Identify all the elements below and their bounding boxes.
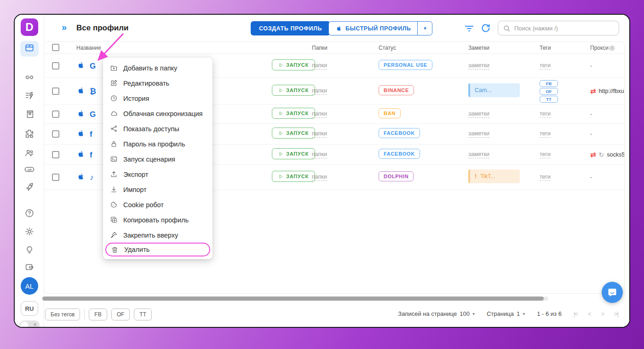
sidebar-item-ideas[interactable] <box>20 243 39 259</box>
sidebar-item-settings[interactable] <box>20 225 39 240</box>
column-header-proxy[interactable]: Прокси <box>590 45 609 51</box>
status-badge[interactable]: BAN <box>379 108 401 118</box>
user-avatar[interactable]: AL <box>21 277 38 295</box>
sidebar-item-api[interactable]: API <box>20 163 39 178</box>
scrollbar-thumb[interactable] <box>42 297 544 301</box>
per-page-select[interactable]: Записей на странице 100 ▾ <box>398 310 475 317</box>
select-all-checkbox[interactable] <box>52 44 59 51</box>
automation-icon <box>24 91 34 103</box>
status-badge[interactable]: PERSONAL USE <box>379 60 432 70</box>
menu-item-run-script[interactable]: Запуск сценария <box>103 151 213 167</box>
column-header-notes[interactable]: Заметки <box>468 45 489 51</box>
sidebar-item-help[interactable] <box>20 206 39 222</box>
folders-placeholder[interactable]: папки <box>312 62 327 70</box>
rocket-icon <box>24 182 34 194</box>
next-page-button[interactable]: > <box>601 310 604 317</box>
create-profile-button[interactable]: СОЗДАТЬ ПРОФИЛЬ <box>251 21 330 35</box>
row-checkbox[interactable] <box>52 174 59 181</box>
note-cell[interactable]: !TikT... <box>468 169 520 183</box>
page-select[interactable]: Страница 1 ▾ <box>487 310 525 317</box>
sidebar-item-automation[interactable] <box>20 89 39 105</box>
menu-item-cloud-sync[interactable]: Облачная синхронизация <box>103 106 213 121</box>
sidebar-item-profiles[interactable] <box>20 41 39 57</box>
prev-page-button[interactable]: < <box>588 310 591 317</box>
column-header-tags[interactable]: Теги <box>540 45 551 51</box>
table-settings-gear-icon[interactable] <box>608 44 616 54</box>
launch-button[interactable]: ЗАПУСК <box>272 108 315 119</box>
tag-chip[interactable]: TT <box>540 96 558 103</box>
row-checkbox[interactable] <box>52 111 59 118</box>
row-checkbox[interactable] <box>52 62 59 70</box>
menu-item-copy-profile[interactable]: Копировать профиль <box>103 212 213 227</box>
column-header-name[interactable]: Название <box>76 45 101 51</box>
team-icon <box>24 148 34 160</box>
sidebar-item-extensions[interactable] <box>20 127 39 142</box>
notes-placeholder[interactable]: заметки <box>468 151 489 158</box>
quick-profile-dropdown[interactable]: ▾ <box>417 22 432 35</box>
search-input[interactable] <box>514 25 614 32</box>
tags-placeholder[interactable]: теги <box>540 62 551 70</box>
tags-placeholder[interactable]: теги <box>540 111 551 118</box>
first-page-button[interactable]: |< <box>574 310 578 317</box>
horizontal-scrollbar[interactable] <box>42 297 548 301</box>
refresh-icon[interactable] <box>480 23 491 34</box>
row-checkbox[interactable] <box>52 130 59 138</box>
row-checkbox[interactable] <box>52 87 59 95</box>
quick-profile-button[interactable]: БЫСТРЫЙ ПРОФИЛЬ <box>329 22 417 35</box>
launch-button[interactable]: ЗАПУСК <box>272 85 315 96</box>
launch-button[interactable]: ЗАПУСК <box>272 171 315 182</box>
folders-placeholder[interactable]: папки <box>312 151 327 158</box>
folders-placeholder[interactable]: папки <box>312 130 327 138</box>
menu-item-show-access[interactable]: Показать доступы <box>103 121 213 136</box>
status-badge[interactable]: BINANCE <box>379 85 414 95</box>
column-header-folders[interactable]: Папки <box>312 45 328 51</box>
launch-button[interactable]: ЗАПУСК <box>272 148 315 159</box>
menu-item-history[interactable]: История <box>103 91 213 106</box>
menu-item-cookie-robot[interactable]: Cookie робот <box>103 197 213 212</box>
sidebar-item-wallet[interactable] <box>20 260 39 276</box>
collapse-sidebar-icon[interactable]: » <box>62 22 66 33</box>
folders-placeholder[interactable]: папки <box>312 111 327 118</box>
status-badge[interactable]: FACEBOOK <box>379 128 420 138</box>
status-badge[interactable]: DOLPHIN <box>379 171 414 181</box>
launch-button[interactable]: ЗАПУСК <box>272 128 315 139</box>
filter-icon[interactable] <box>464 23 475 34</box>
sidebar-item-team[interactable] <box>20 146 39 162</box>
sidebar-item-proxy[interactable] <box>20 70 39 86</box>
menu-item-delete[interactable]: Удалить <box>105 243 210 256</box>
tags-placeholder[interactable]: теги <box>540 151 551 158</box>
notes-placeholder[interactable]: заметки <box>468 62 489 70</box>
column-header-status[interactable]: Статус <box>379 45 396 51</box>
folders-placeholder[interactable]: папки <box>312 174 327 181</box>
google-icon: G <box>90 111 96 118</box>
tag-chip[interactable]: FB <box>540 80 558 87</box>
menu-item-export[interactable]: Экспорт <box>103 167 213 182</box>
tag-filter-no-tags[interactable]: Без тегов <box>45 308 80 320</box>
language-button[interactable]: RU <box>21 301 38 316</box>
tag-filter[interactable]: TT <box>134 308 152 320</box>
dolphin-logo[interactable]: D <box>21 18 38 36</box>
last-page-button[interactable]: >| <box>614 310 618 317</box>
folders-placeholder[interactable]: папки <box>312 87 327 95</box>
note-cell[interactable]: Cam... <box>468 83 520 97</box>
notes-placeholder[interactable]: заметки <box>468 130 489 138</box>
notes-placeholder[interactable]: заметки <box>468 111 489 118</box>
row-checkbox[interactable] <box>52 151 59 158</box>
tag-filter[interactable]: FB <box>89 308 107 320</box>
status-badge[interactable]: FACEBOOK <box>379 149 420 159</box>
tags-placeholder[interactable]: теги <box>540 174 551 181</box>
menu-item-add-to-folder[interactable]: Добавить в папку <box>103 60 213 76</box>
sidebar-item-pages[interactable] <box>20 107 39 123</box>
theme-toggle[interactable]: ☀ <box>19 320 40 328</box>
menu-item-pin-top[interactable]: Закрепить вверху <box>103 227 213 243</box>
tags-placeholder[interactable]: теги <box>540 130 551 138</box>
sidebar-item-rocket[interactable] <box>20 180 39 196</box>
menu-item-import[interactable]: Импорт <box>103 182 213 197</box>
launch-button[interactable]: ЗАПУСК <box>272 59 315 70</box>
per-page-label: Записей на странице <box>398 310 457 317</box>
menu-item-edit[interactable]: Редактировать <box>103 76 213 91</box>
tag-chip[interactable]: OF <box>540 88 558 95</box>
menu-item-profile-password[interactable]: Пароль на профиль <box>103 136 213 151</box>
tag-filter[interactable]: OF <box>111 308 130 320</box>
chat-widget-button[interactable] <box>602 282 623 303</box>
